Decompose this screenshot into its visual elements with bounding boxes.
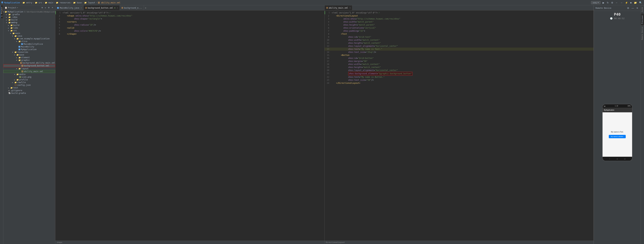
- tree-item-profile[interactable]: ▶ 📁 profile: [3, 78, 55, 81]
- r-code-line-18: 18 ohos:width="match_content": [324, 63, 594, 66]
- folder-icon: 📁: [14, 51, 17, 53]
- r-code-line-12: 12 ohos:layout_alignment="horizontal_cen…: [324, 45, 594, 48]
- side-tab-guide[interactable]: Guide: [641, 5, 644, 13]
- breadcrumb-resources[interactable]: 📁 resources: [56, 2, 70, 4]
- tree-item-libs[interactable]: ▶ 📁 libs: [3, 27, 55, 29]
- devices-button[interactable]: ⚡: [624, 1, 628, 4]
- tab-close-ability-main[interactable]: ✕: [350, 7, 350, 9]
- tree-item-src[interactable]: ▼ 📁 src: [3, 29, 55, 32]
- r-code-line-4: 4 ohos:width="match_parent": [324, 20, 594, 23]
- stop-button[interactable]: ■: [630, 1, 632, 4]
- tree-item-config[interactable]: {} config.json: [3, 84, 55, 86]
- breadcrumb-main[interactable]: 📁 main: [45, 2, 53, 4]
- tree-item-idea[interactable]: ▶ 📁 .idea: [3, 16, 55, 19]
- tree-item-graphic[interactable]: ▼ 📁 graphic: [3, 59, 55, 62]
- refresh-button[interactable]: ↻: [606, 1, 610, 4]
- side-tab-previewer[interactable]: Previewer: [641, 13, 644, 25]
- gear-icon[interactable]: ⚙: [47, 6, 50, 9]
- right-side-tabs: Guide Previewer Remote Device: [641, 5, 644, 244]
- tree-item-main[interactable]: ▼ 📁 main: [3, 32, 55, 35]
- search-button[interactable]: 🔍: [638, 1, 643, 4]
- tab-modified-indicator: ●: [114, 7, 116, 9]
- next-button[interactable]: →: [620, 1, 623, 4]
- side-tab-remote-device[interactable]: Remote Device: [641, 25, 644, 41]
- breadcrumb-file[interactable]: 🖼 ability_main.xml: [98, 2, 120, 4]
- xml-icon: 🖼: [21, 70, 23, 73]
- tree-item-root[interactable]: ▼ 📁 MyApplication E:\WorkSpace\HuaWei\My…: [3, 11, 55, 13]
- remote-device-panel: Remote Device ⚙ — ✕ P40 🕐 00:46:52 ▲▲ 1:…: [594, 5, 641, 244]
- right-tab-bar: 🖼 ability_main.xml ✕: [324, 5, 594, 11]
- tree-item-package[interactable]: ▼ 📁 com.example.myapplication: [3, 37, 55, 40]
- phone-battery: 100%: [628, 105, 630, 107]
- tree-item-icon[interactable]: 🖼 icon.png: [3, 76, 55, 78]
- breadcrumb-src[interactable]: 📁 src: [35, 2, 42, 4]
- tree-item-gradle[interactable]: ▶ 📁 .gradle: [3, 13, 55, 16]
- close-sidebar-button[interactable]: ✕: [51, 6, 54, 9]
- tree-label-ability-main: ability_main.xml: [24, 70, 43, 73]
- r-code-line-23: 23 ohos:text_size="50"/>: [324, 78, 594, 82]
- breadcrumb-base[interactable]: 📁 base: [73, 2, 82, 4]
- tree-item-entry[interactable]: ▼ 📁 entry: [3, 21, 55, 24]
- tab-ability-main[interactable]: 🖼 ability_main.xml ✕: [324, 5, 352, 10]
- left-editor-content[interactable]: 1 <?xml version="1.0" encoding="utf-8"?>…: [55, 11, 324, 241]
- tree-item-buildgradle[interactable]: 🐘 build.gradle: [3, 92, 55, 94]
- sidebar-action-icons: ⊕ ≡ ⚙ ✕: [41, 6, 54, 9]
- folder-icon: 📁: [8, 14, 11, 16]
- breadcrumb-entry[interactable]: 📁 entry: [22, 2, 32, 4]
- right-editor-content[interactable]: 1 <?xml version="1.0" encoding="utf-8"?>…: [324, 11, 594, 241]
- git-icon: ◉: [8, 89, 10, 92]
- tab-mainability[interactable]: C MainAbility.java ✕: [55, 5, 84, 10]
- tree-item-layout[interactable]: ▼ 📁 layout: [3, 67, 55, 70]
- remote-device-title: Remote Device: [596, 7, 611, 9]
- remote-minimize-button[interactable]: —: [631, 7, 634, 10]
- tree-item-bg-button[interactable]: 🖼 background_button.xml: [3, 64, 55, 67]
- breadcrumb-app[interactable]: MyApplication: [4, 2, 20, 4]
- folder-button[interactable]: 📁: [633, 1, 638, 4]
- tree-item-ability-main[interactable]: 🖼 ability_main.xml: [3, 70, 55, 73]
- toolbar-right: entry ▾ ▶ ↻ ⚙ ← → ⚡ ■ 📁 🔍: [591, 1, 643, 4]
- tree-item-myapplication-class[interactable]: C MyApplication: [3, 48, 55, 51]
- tab-close-bg-button[interactable]: ✕: [117, 7, 118, 9]
- tree-item-base[interactable]: ▼ 📁 base: [3, 53, 55, 56]
- tree-item-media[interactable]: ▼ 📁 media: [3, 73, 55, 76]
- tree-item-element[interactable]: ▶ 📁 element: [3, 56, 55, 59]
- tree-item-resources[interactable]: ▼ 📁 resources: [3, 51, 55, 53]
- remote-settings-button[interactable]: ⚙: [626, 7, 630, 10]
- tree-label: graphic: [21, 59, 30, 61]
- left-vertical-tab: 1: Project: [0, 5, 3, 244]
- run-button[interactable]: ▶: [602, 1, 605, 4]
- phone-screen: MyApplication My name is Text. My name i…: [602, 108, 632, 157]
- tab-close-mainability[interactable]: ✕: [81, 7, 82, 9]
- settings-button[interactable]: ⚙: [610, 1, 614, 4]
- prev-button[interactable]: ←: [615, 1, 619, 4]
- tree-item-java[interactable]: ▼ 📁 java: [3, 35, 55, 37]
- tab-background-button[interactable]: 🖼 background_button.xml ● ✕: [84, 5, 120, 10]
- nav-recents-icon: □: [624, 158, 626, 160]
- app-icon: 🅐: [1, 2, 3, 4]
- tree-item-rawfile[interactable]: ▶ 📁 rawfile: [3, 81, 55, 84]
- tree-item-mainability[interactable]: C MainAbility: [3, 45, 55, 48]
- project-tab[interactable]: 1: Project: [0, 5, 3, 18]
- device-name: P40: [594, 12, 641, 17]
- tree-label: test: [13, 87, 18, 89]
- r-code-line-8: 8 <Text: [324, 33, 594, 36]
- dropdown-arrow: ▾: [17, 7, 18, 9]
- remote-close-button[interactable]: ✕: [636, 7, 639, 10]
- tree-item-mainabilityslice[interactable]: C MainAbilitySlice: [3, 43, 55, 45]
- code-line-7: 7 ohos:color="#007CFD"/>: [55, 29, 324, 33]
- tree-item-bg-ability[interactable]: 🖼 background_ability_main.xml: [3, 62, 55, 64]
- tree-item-gitignore[interactable]: ◉ .gitignore: [3, 89, 55, 92]
- run-config-button[interactable]: entry ▾: [591, 1, 600, 4]
- tab-background-e[interactable]: 🖼 background_e...: [120, 5, 144, 10]
- tree-label: base: [19, 54, 24, 56]
- tree-item-entry-build[interactable]: ▶ 📁 build: [3, 24, 55, 27]
- tree-item-build[interactable]: ▶ 📁 build: [3, 19, 55, 21]
- locate-button[interactable]: ⊕: [41, 6, 44, 9]
- r-code-line-24: 24 </DirectionalLayout>: [324, 82, 594, 85]
- tree-item-slice[interactable]: ▼ 📁 slice: [3, 40, 55, 43]
- breadcrumb-layout[interactable]: 📁 layout: [84, 2, 95, 4]
- r-code-line-14: 14 ohos:text_size="25vp"/>: [324, 51, 594, 54]
- tree-item-test[interactable]: ▶ 📁 test: [3, 86, 55, 89]
- collapse-button[interactable]: ≡: [44, 6, 47, 9]
- r-code-line-13: 13 ohos:text="My name is Text.": [324, 48, 594, 51]
